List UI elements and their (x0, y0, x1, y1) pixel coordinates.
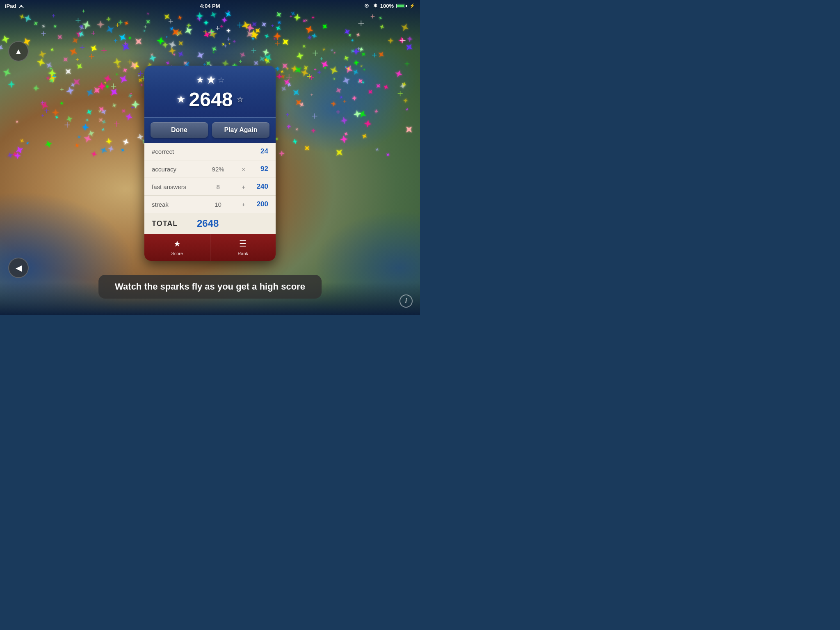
stat-label: fast answers (152, 183, 197, 190)
star-1: ★ (196, 75, 204, 85)
play-again-button[interactable]: Play Again (212, 122, 269, 138)
stat-value: 24 (248, 147, 268, 155)
location-icon (364, 3, 370, 9)
stat-mid: 10 (197, 201, 239, 208)
score-number: 2648 (189, 88, 233, 111)
stat-row: streak10+200 (144, 196, 276, 213)
stat-row: fast answers8+240 (144, 178, 276, 196)
charging-icon: ⚡ (409, 3, 415, 9)
info-button[interactable]: i (399, 294, 413, 308)
nav-back-icon: ◀ (16, 263, 22, 273)
nav-up-icon: ▲ (14, 47, 23, 56)
nav-up-button[interactable]: ▲ (8, 41, 29, 62)
star-3: ☆ (218, 75, 224, 84)
svg-text:✱: ✱ (373, 3, 377, 9)
stat-mid: 8 (197, 183, 239, 190)
stat-mid: 92% (197, 166, 239, 173)
panel-header: ★ ★ ☆ ★ 2648 ☆ (144, 66, 276, 118)
star-2: ★ (206, 73, 216, 87)
stat-row: accuracy92%×92 (144, 160, 276, 178)
battery-text: 100% (380, 3, 394, 9)
total-row: TOTAL2648 (144, 213, 276, 234)
status-left: iPad (5, 3, 24, 9)
stat-label: streak (152, 201, 197, 208)
stat-value: 200 (248, 200, 268, 208)
footer-tab-score[interactable]: ★Score (144, 234, 210, 261)
score-star-left: ★ (177, 94, 185, 105)
status-time: 4:04 PM (200, 3, 220, 9)
score-star-right: ☆ (237, 95, 243, 104)
panel-footer: ★Score☰Rank (144, 234, 276, 261)
status-right: ✱ 100% ⚡ (364, 3, 415, 9)
status-bar: iPad 4:04 PM ✱ 100% ⚡ (0, 0, 420, 11)
svg-point-2 (366, 5, 367, 7)
stars-row: ★ ★ ☆ (153, 73, 267, 87)
wifi-icon (18, 3, 24, 9)
stat-value: 240 (248, 183, 268, 191)
nav-back-button[interactable]: ◀ (8, 258, 29, 278)
stat-row: #correct24 (144, 143, 276, 160)
stat-operator: × (242, 166, 245, 173)
done-button[interactable]: Done (151, 122, 208, 138)
score-display: ★ 2648 ☆ (153, 88, 267, 111)
tab-label: Rank (237, 251, 248, 256)
battery-icon (396, 4, 407, 8)
tab-icon: ☰ (214, 239, 273, 249)
stat-label: accuracy (152, 166, 197, 173)
tab-label: Score (171, 251, 183, 256)
footer-tab-rank[interactable]: ☰Rank (210, 234, 276, 261)
bluetooth-icon: ✱ (372, 3, 378, 9)
tooltip-text: Watch the sparks fly as you get a high s… (115, 281, 305, 292)
bottom-tooltip: Watch the sparks fly as you get a high s… (98, 275, 322, 299)
device-label: iPad (5, 3, 16, 9)
tab-icon: ★ (148, 239, 207, 249)
stat-operator: + (242, 183, 245, 190)
stat-label: #correct (152, 148, 197, 155)
total-value: 2648 (197, 218, 219, 229)
panel-buttons: Done Play Again (144, 118, 276, 143)
score-panel: ★ ★ ☆ ★ 2648 ☆ Done Play Again #correct2… (144, 66, 276, 261)
stat-value: 92 (248, 165, 268, 173)
stat-operator: + (242, 201, 245, 208)
stats-table: #correct24accuracy92%×92fast answers8+24… (144, 143, 276, 234)
total-label: TOTAL (152, 219, 197, 228)
info-icon: i (405, 297, 407, 305)
